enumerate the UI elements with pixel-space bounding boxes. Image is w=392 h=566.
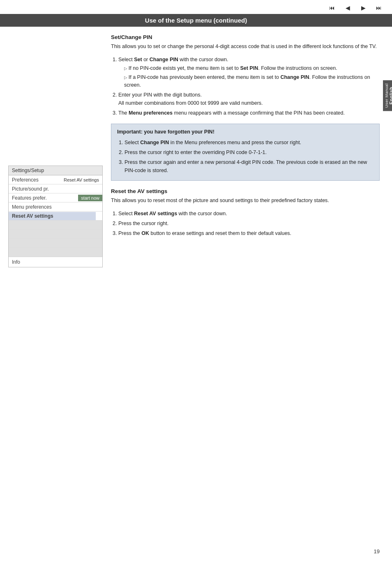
reset-av-title: Reset the AV settings — [111, 188, 380, 194]
reset-av-step-2: Press the cursor right. — [118, 219, 380, 228]
menu-info-label: Info — [12, 259, 20, 265]
header-title: Use of the Setup menu (continued) — [145, 17, 247, 24]
reset-av-step-1: Select Reset AV settings with the cursor… — [118, 209, 380, 218]
menu-row-menu-preferences[interactable]: Menu preferences — [9, 202, 102, 212]
important-step-3: Press the cursor again and enter a new p… — [125, 158, 374, 175]
menu-empty-row-3 — [9, 239, 102, 248]
important-steps: Select Change PIN in the Menu preference… — [125, 138, 374, 175]
step-1: Select Set or Change PIN with the cursor… — [118, 55, 380, 89]
menu-label-reset-av: Reset AV settings — [9, 212, 96, 220]
side-tab: User Manual English — [383, 80, 392, 111]
side-tab-english-label: English — [389, 87, 392, 104]
left-panel: Settings/Setup Preferences Reset AV sett… — [0, 34, 107, 267]
menu-info-row[interactable]: Info — [9, 257, 102, 267]
top-navigation: ⏮ ◀ ▶ ⏭ — [0, 0, 392, 14]
menu-row-picture-sound[interactable]: Picture/sound pr. — [9, 184, 102, 193]
important-box: Important: you have forgotten your PIN! … — [111, 124, 380, 181]
menu-empty-row-1 — [9, 221, 102, 230]
nav-prev-button[interactable]: ◀ — [342, 3, 353, 12]
set-change-pin-steps: Select Set or Change PIN with the cursor… — [118, 55, 380, 117]
set-change-pin-section: Set/Change PIN This allows you to set or… — [111, 34, 380, 117]
step-2: Enter your PIN with the digit buttons.Al… — [118, 91, 380, 107]
menu-row-reset-av[interactable]: Reset AV settings — [9, 212, 102, 221]
reset-av-section: Reset the AV settings This allows you to… — [111, 188, 380, 237]
reset-av-step-3: Press the OK button to erase settings an… — [118, 229, 380, 237]
menu-action-menu-preferences — [96, 206, 102, 208]
side-tab-manual-label: User Manual — [384, 83, 389, 108]
set-change-pin-intro: This allows you to set or change the per… — [111, 43, 380, 51]
nav-first-button[interactable]: ⏮ — [326, 3, 338, 12]
nav-next-button[interactable]: ▶ — [357, 3, 369, 12]
menu-action-reset-av-label — [96, 215, 102, 217]
important-title: Important: you have forgotten your PIN! — [117, 128, 374, 136]
step-1-substeps: If no PIN-code exists yet, the menu item… — [124, 64, 380, 89]
menu-row-features[interactable]: Features prefer. start now — [9, 193, 102, 202]
main-content: Settings/Setup Preferences Reset AV sett… — [0, 34, 392, 267]
step-1b: If a PIN-code has previously been entere… — [124, 74, 380, 89]
nav-last-button[interactable]: ⏭ — [373, 3, 385, 12]
menu-empty-row-2 — [9, 230, 102, 239]
menu-label-preferences: Preferences — [9, 176, 60, 184]
menu-box-title: Settings/Setup — [9, 166, 102, 175]
menu-label-picture-sound: Picture/sound pr. — [9, 185, 96, 193]
menu-action-picture-sound — [96, 188, 102, 190]
menu-label-features: Features prefer. — [9, 194, 78, 202]
reset-av-steps: Select Reset AV settings with the cursor… — [118, 209, 380, 237]
step-1a: If no PIN-code exists yet, the menu item… — [124, 64, 380, 72]
settings-menu-box: Settings/Setup Preferences Reset AV sett… — [8, 166, 103, 267]
menu-row-preferences[interactable]: Preferences Reset AV settings — [9, 175, 102, 184]
step-3: The Menu preferences menu reappears with… — [118, 109, 380, 117]
page-header: Use of the Setup menu (continued) — [0, 14, 392, 27]
menu-action-reset-av: Reset AV settings — [60, 177, 102, 183]
page-number: 19 — [374, 548, 380, 554]
important-step-1: Select Change PIN in the Menu preference… — [125, 138, 374, 147]
set-change-pin-title: Set/Change PIN — [111, 34, 380, 40]
important-step-2: Press the cursor right to enter the over… — [125, 148, 374, 156]
reset-av-intro: This allows you to reset most of the pic… — [111, 197, 380, 205]
right-panel: Set/Change PIN This allows you to set or… — [107, 34, 392, 267]
menu-empty-row-4 — [9, 248, 102, 257]
menu-action-start-now: start now — [78, 195, 102, 201]
menu-label-menu-preferences: Menu preferences — [9, 203, 96, 211]
